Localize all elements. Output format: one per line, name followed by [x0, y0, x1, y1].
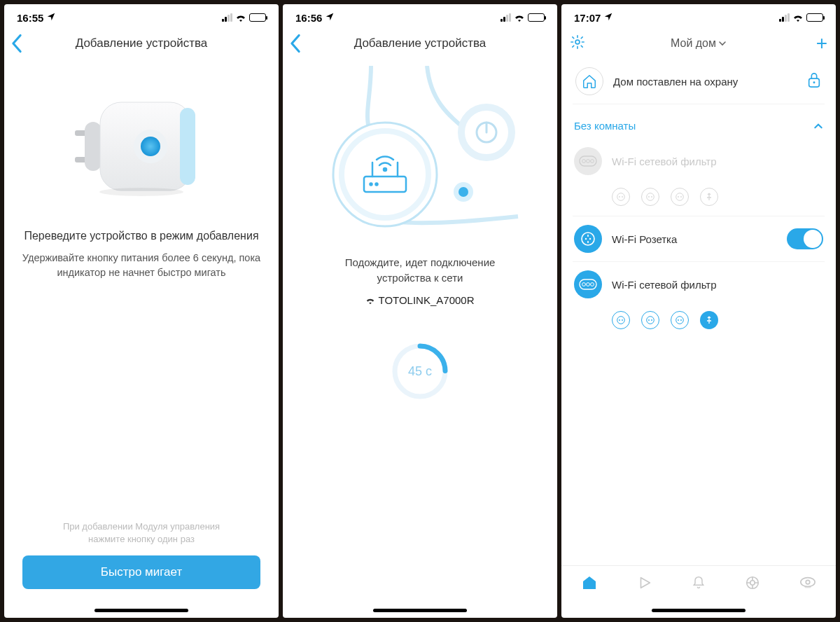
location-icon [325, 12, 335, 24]
countdown-label: 45 с [408, 364, 432, 378]
connection-illustration [308, 66, 532, 248]
power-strip-slots-on [573, 307, 825, 339]
outlet-slot[interactable] [641, 188, 659, 206]
settings-button[interactable] [570, 34, 585, 53]
device-wifi-socket[interactable]: Wi-Fi Розетка [573, 216, 825, 261]
wifi-small-icon [365, 296, 375, 305]
svg-point-13 [384, 168, 386, 171]
svg-point-41 [589, 238, 591, 240]
nav-camera-tab[interactable] [799, 576, 816, 593]
back-button[interactable] [11, 34, 22, 56]
svg-point-40 [585, 238, 587, 240]
smart-plug-illustration [68, 87, 215, 209]
status-time: 17:07 [574, 12, 601, 24]
nav-home-tab[interactable] [581, 575, 598, 593]
wifi-icon [514, 13, 525, 22]
usb-slot[interactable] [700, 311, 718, 329]
svg-point-49 [619, 319, 620, 321]
device-name: Wi-Fi сетевой фильтр [612, 156, 717, 167]
chevron-down-icon [718, 39, 727, 48]
page-title: Добавление устройства [76, 36, 208, 50]
nav-header: Мой дом + [561, 28, 836, 59]
svg-point-56 [680, 319, 682, 321]
svg-rect-2 [85, 122, 102, 171]
chevron-up-icon [813, 121, 823, 131]
battery-icon [528, 13, 545, 22]
svg-point-14 [370, 184, 372, 186]
outlet-slot[interactable] [671, 311, 689, 329]
svg-point-60 [806, 580, 810, 584]
blinking-fast-button[interactable]: Быстро мигает [22, 555, 260, 589]
svg-point-45 [582, 283, 586, 286]
home-indicator[interactable] [373, 609, 467, 612]
svg-point-32 [622, 196, 623, 198]
power-strip-slots-off [573, 184, 825, 216]
lock-icon[interactable] [806, 71, 822, 92]
svg-point-31 [619, 196, 620, 198]
home-indicator[interactable] [94, 609, 188, 612]
svg-point-58 [750, 580, 755, 584]
bottom-nav [561, 565, 836, 604]
svg-point-8 [333, 123, 437, 226]
house-icon [575, 67, 603, 95]
svg-point-25 [813, 81, 816, 83]
svg-point-23 [575, 40, 580, 44]
device-name: Wi-Fi Розетка [612, 233, 677, 245]
svg-point-50 [622, 319, 623, 321]
power-toggle[interactable] [787, 228, 823, 249]
svg-point-30 [617, 193, 625, 201]
nav-alerts-tab[interactable] [692, 575, 706, 593]
nav-support-tab[interactable] [745, 575, 760, 593]
svg-rect-61 [804, 586, 811, 588]
svg-point-29 [591, 160, 594, 163]
add-button[interactable]: + [816, 32, 827, 55]
cell-signal-icon [779, 13, 790, 22]
battery-icon [806, 13, 823, 22]
svg-point-37 [678, 196, 679, 198]
page-title: Добавление устройства [354, 36, 486, 50]
outlet-slot[interactable] [641, 311, 659, 329]
svg-point-53 [651, 319, 652, 321]
outlet-slot[interactable] [671, 188, 689, 206]
instruction-text: Удерживайте кнопку питания более 6 секун… [18, 251, 265, 280]
status-time: 16:55 [17, 12, 43, 24]
device-power-strip-online[interactable]: Wi-Fi сетевой фильтр [573, 262, 825, 307]
svg-point-52 [648, 319, 650, 321]
home-indicator[interactable] [652, 609, 746, 612]
nav-header: Добавление устройства [283, 28, 557, 59]
section-no-room[interactable]: Без комнаты [573, 104, 825, 139]
wait-text: Подождите, идет подключение устройства к… [297, 255, 543, 286]
svg-point-6 [141, 137, 160, 156]
svg-point-20 [458, 187, 468, 197]
home-selector[interactable]: Мой дом [671, 37, 727, 50]
battery-icon [249, 13, 266, 22]
usb-slot[interactable] [700, 188, 718, 206]
svg-point-15 [376, 184, 378, 186]
status-bar: 17:07 [561, 4, 836, 28]
svg-point-48 [617, 317, 625, 324]
wifi-icon [792, 13, 804, 22]
screen-home-dashboard: 17:07 Мой дом + Дом поставлен на [561, 4, 836, 618]
svg-point-55 [678, 319, 679, 321]
power-strip-icon [574, 270, 602, 298]
socket-icon [574, 225, 602, 253]
wifi-icon [235, 13, 246, 22]
outlet-slot[interactable] [612, 311, 630, 329]
outlet-slot[interactable] [612, 188, 630, 206]
svg-point-46 [587, 283, 590, 286]
status-bar: 16:55 [4, 4, 279, 28]
screen-add-device-connecting: 16:56 Добавление устройства [283, 4, 557, 618]
nav-scenes-tab[interactable] [637, 575, 652, 593]
location-icon [603, 12, 613, 24]
svg-point-39 [582, 233, 594, 245]
power-strip-icon [574, 147, 602, 175]
status-bar: 16:56 [283, 4, 557, 28]
cell-signal-icon [222, 13, 232, 22]
nav-header: Добавление устройства [4, 28, 279, 59]
countdown-progress: 45 с [390, 341, 450, 401]
status-time: 16:56 [295, 12, 322, 24]
device-power-strip-offline[interactable]: Wi-Fi сетевой фильтр [573, 139, 825, 184]
arm-status-row[interactable]: Дом поставлен на охрану [573, 59, 825, 104]
back-button[interactable] [290, 34, 301, 56]
location-icon [46, 12, 56, 24]
